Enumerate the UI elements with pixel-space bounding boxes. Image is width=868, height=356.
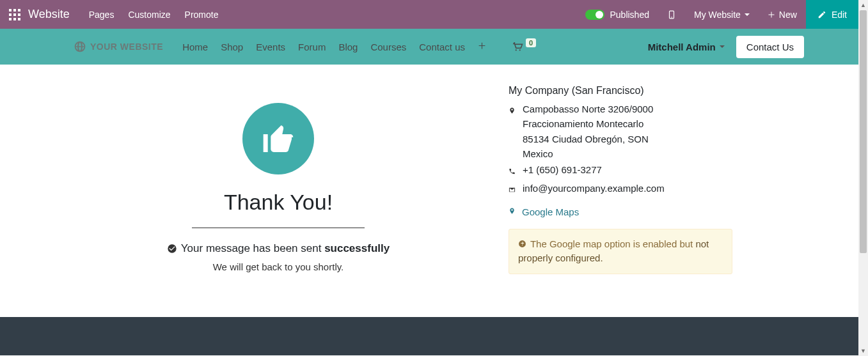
svg-rect-6 [9,18,12,20]
admin-menu-pages[interactable]: Pages [89,10,114,20]
thank-you-headline: Thank You! [224,190,333,215]
admin-brand[interactable]: Website [28,8,70,21]
site-logo-text: YOUR WEBSITE [90,42,163,52]
nav-courses[interactable]: Courses [370,42,406,52]
admin-bar: Website Pages Customize Promote Publishe… [0,0,858,29]
site-nav: Home Shop Events Forum Blog Courses Cont… [182,41,536,52]
nav-blog[interactable]: Blog [338,42,358,52]
address-line-4: Mexico [523,146,732,161]
address-line-2: Fraccionamiento Montecarlo [523,116,732,131]
edit-button[interactable]: Edit [806,0,858,29]
map-pin-icon [509,102,516,161]
site-logo[interactable]: YOUR WEBSITE [74,40,163,53]
map-pin-icon [509,206,516,217]
svg-rect-8 [18,18,20,20]
thumbs-up-icon [260,121,296,157]
user-menu[interactable]: Mitchell Admin [648,42,725,52]
svg-rect-4 [13,13,16,16]
thank-you-panel: Thank You! Your message has been sent su… [74,84,483,291]
admin-menu-customize[interactable]: Customize [128,10,170,20]
plus-icon [478,42,486,50]
mobile-preview-button[interactable] [658,0,685,29]
nav-contact[interactable]: Contact us [419,42,465,52]
mobile-icon [667,10,676,19]
company-phone: +1 (650) 691-3277 [509,162,732,180]
google-maps-link[interactable]: Google Maps [509,206,732,217]
nav-shop[interactable]: Shop [221,42,243,52]
apps-icon[interactable] [6,6,23,23]
cart-count-badge: 0 [526,38,536,47]
company-address: Campobasso Norte 3206/9000 Fraccionamien… [509,102,732,161]
phone-icon [509,162,516,180]
footer [0,317,858,355]
success-subtext: We will get back to you shortly. [213,261,344,272]
company-name: My Company (San Francisco) [509,85,732,97]
scroll-down-icon[interactable]: ▼ [858,346,868,356]
contact-us-button[interactable]: Contact Us [736,36,804,58]
svg-rect-1 [13,9,16,12]
user-menu-label: Mitchell Admin [648,42,716,52]
chevron-down-icon [720,45,725,48]
company-email: info@yourcompany.example.com [509,181,732,198]
svg-rect-3 [9,13,12,16]
scrollbar-thumb[interactable] [860,10,867,253]
svg-point-11 [516,49,517,50]
phone-value: +1 (650) 691-3277 [523,162,732,180]
svg-rect-7 [13,18,16,20]
cart-button[interactable]: 0 [512,41,536,52]
address-line-3: 85134 Ciudad Obregón, SON [523,132,732,146]
svg-point-12 [519,49,521,50]
admin-menu-promote[interactable]: Promote [185,10,219,20]
website-selector-label: My Website [694,10,741,20]
new-button[interactable]: New [759,0,806,29]
thumbs-up-badge [242,103,314,174]
scroll-up-icon[interactable]: ▲ [858,0,868,10]
main-content: Thank You! Your message has been sent su… [0,65,858,317]
svg-rect-0 [9,9,12,12]
published-toggle[interactable]: Published [576,10,658,20]
website-selector[interactable]: My Website [685,0,759,29]
divider [192,228,365,228]
nav-home[interactable]: Home [182,42,208,52]
new-button-label: New [779,10,797,20]
envelope-icon [509,181,516,198]
svg-rect-10 [671,17,672,17]
warning-alert: The Google map option is enabled but not… [509,229,732,274]
chevron-down-icon [745,13,750,16]
success-message-bold: successfully [324,242,390,254]
edit-button-label: Edit [832,10,847,20]
success-message: Your message has been sent successfully [167,242,390,255]
address-line-1: Campobasso Norte 3206/9000 [523,102,732,116]
success-message-prefix: Your message has been sent [181,242,324,254]
vertical-scrollbar[interactable]: ▲ ▼ [858,0,868,356]
pencil-icon [817,10,826,19]
check-circle-icon [167,244,177,254]
svg-rect-2 [18,9,20,12]
globe-icon [74,40,86,53]
nav-forum[interactable]: Forum [298,42,326,52]
plus-icon [768,11,775,19]
email-value: info@yourcompany.example.com [523,181,732,198]
company-info-panel: My Company (San Francisco) Campobasso No… [509,84,732,291]
google-maps-label: Google Maps [522,206,579,217]
toggle-switch-icon [585,10,604,20]
published-label: Published [610,10,649,20]
nav-add-button[interactable] [478,41,486,52]
plus-circle-icon [518,240,526,248]
admin-menu: Pages Customize Promote [89,10,219,20]
cart-icon [512,41,523,52]
svg-rect-5 [18,13,20,16]
warning-text: The Google map option is enabled but [530,238,696,249]
nav-events[interactable]: Events [256,42,285,52]
site-header: YOUR WEBSITE Home Shop Events Forum Blog… [0,29,858,65]
